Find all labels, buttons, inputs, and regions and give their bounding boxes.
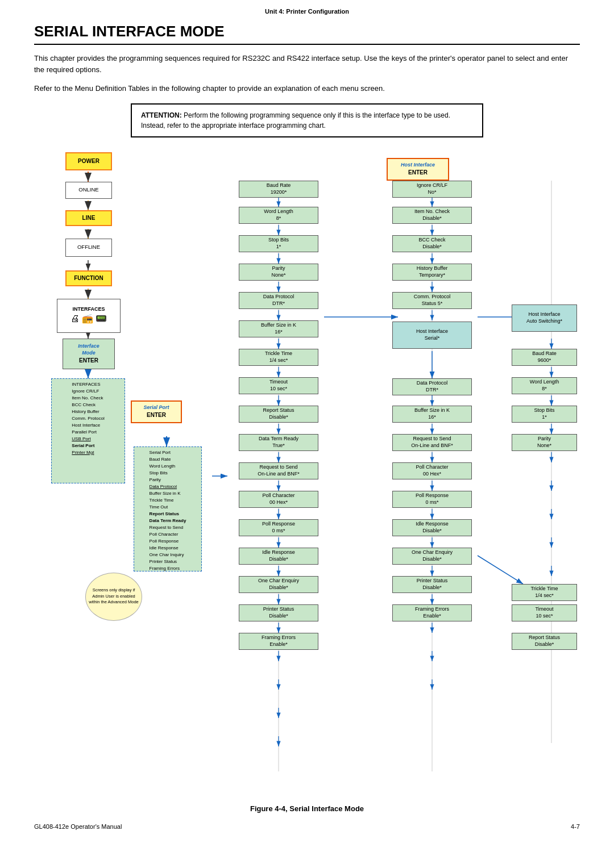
printer-status-1-label: Printer StatusDisable* bbox=[263, 606, 294, 619]
buffer-size-2-box: Buffer Size in K16* bbox=[392, 406, 472, 423]
host-interface-auto-label: Host InterfaceAuto Switching* bbox=[526, 311, 562, 324]
idle-response-1-box: Idle ResponseDisable* bbox=[239, 548, 318, 565]
interface-mode-enter: ENTER bbox=[79, 357, 98, 364]
request-to-send-2-label: Request to SendOn-Line and BNF* bbox=[411, 436, 453, 449]
request-to-send-1-box: Request to SendOn-Line and BNF* bbox=[239, 462, 318, 479]
serial-port-enter-text: ENTER bbox=[147, 411, 166, 419]
idle-response-2-box: Idle ResponseDisable* bbox=[392, 519, 472, 536]
report-status-1-label: Report StatusDisable* bbox=[263, 407, 294, 420]
figure-caption-text: Figure 4-4, Serial Interface Mode bbox=[250, 804, 364, 813]
power-box: POWER bbox=[65, 152, 112, 170]
bcc-check-label: BCC CheckDisable* bbox=[418, 237, 445, 250]
page-footer: GL408-412e Operator's Manual 4-7 bbox=[0, 819, 614, 834]
data-protocol-2-box: Data ProtocolDTR* bbox=[392, 378, 472, 395]
attention-text: ATTENTION: Perform the following program… bbox=[141, 111, 450, 130]
poll-char-2-label: Poll Character00 Hex* bbox=[416, 464, 448, 477]
stop-bits-1-box: Stop Bits1* bbox=[239, 235, 318, 252]
host-interface-enter-box: Host Interface ENTER bbox=[387, 158, 449, 181]
serial-port-menu-content: Serial Port Baud Rate Word Length Stop B… bbox=[150, 449, 186, 572]
report-status-2-label: Report StatusDisable* bbox=[529, 635, 560, 648]
baud-rate-box: Baud Rate19200* bbox=[239, 181, 318, 198]
line-label: LINE bbox=[82, 214, 96, 222]
poll-response-2-box: Poll Response0 ms* bbox=[392, 491, 472, 508]
request-to-send-2-box: Request to SendOn-Line and BNF* bbox=[392, 434, 472, 451]
page-title: SERIAL INTERFACE MODE bbox=[34, 23, 580, 45]
bcc-check-box: BCC CheckDisable* bbox=[392, 235, 472, 252]
interfaces-icon-symbols: 🖨 📻 📟 bbox=[70, 313, 107, 325]
footer-right: 4-7 bbox=[571, 823, 580, 830]
printer-status-2-box: Printer StatusDisable* bbox=[392, 576, 472, 593]
unit-title: Unit 4: Printer Configuration bbox=[265, 8, 349, 15]
parity-1-box: ParityNone* bbox=[239, 264, 318, 281]
idle-response-2-label: Idle ResponseDisable* bbox=[416, 521, 449, 534]
host-interface-auto-box: Host InterfaceAuto Switching* bbox=[512, 304, 577, 332]
word-length-2-box: Word Length8* bbox=[512, 377, 577, 394]
baud-rate-2-box: Baud Rate9600* bbox=[512, 349, 577, 366]
stop-bits-1-label: Stop Bits1* bbox=[268, 237, 289, 250]
history-buffer-box: History BufferTemporary* bbox=[392, 264, 472, 281]
printer-status-1-box: Printer StatusDisable* bbox=[239, 604, 318, 621]
item-no-check-label: Item No. CheckDisable* bbox=[414, 208, 450, 222]
timeout-2-label: Timeout10 sec* bbox=[535, 606, 553, 619]
intro-para1: This chapter provides the programming se… bbox=[34, 53, 580, 75]
poll-response-1-box: Poll Response0 ms* bbox=[239, 519, 318, 536]
poll-response-1-label: Poll Response0 ms* bbox=[262, 521, 295, 534]
figure-caption: Figure 4-4, Serial Interface Mode bbox=[0, 804, 614, 813]
word-length-1-box: Word Length8* bbox=[239, 207, 318, 224]
poll-char-1-box: Poll Character00 Hex* bbox=[239, 491, 318, 508]
one-char-enquiry-1-label: One Char EnquiryDisable* bbox=[258, 578, 299, 591]
parity-1-label: ParityNone* bbox=[271, 265, 285, 278]
stop-bits-2-box: Stop Bits1* bbox=[512, 406, 577, 423]
function-box: FUNCTION bbox=[65, 270, 112, 286]
buffer-size-1-label: Buffer Size in K16* bbox=[261, 322, 296, 335]
comm-protocol-label: Comm. ProtocolStatus 5* bbox=[414, 294, 451, 307]
offline-box: OFFLINE bbox=[65, 239, 112, 257]
word-length-2-label: Word Length8* bbox=[530, 379, 559, 392]
timeout-1-box: Timeout10 sec* bbox=[239, 377, 318, 394]
bubble-text: Screens only display if Admin User is en… bbox=[88, 587, 139, 606]
baud-rate-2-label: Baud Rate9600* bbox=[532, 350, 557, 364]
interface-mode-title: InterfaceMode bbox=[78, 343, 99, 356]
parity-2-label: ParityNone* bbox=[537, 436, 551, 449]
one-char-enquiry-2-label: One Char EnquiryDisable* bbox=[412, 549, 453, 562]
report-status-1-box: Report StatusDisable* bbox=[239, 406, 318, 423]
comm-protocol-box: Comm. ProtocolStatus 5* bbox=[392, 292, 472, 309]
host-interface-enter-label: Host Interface bbox=[401, 162, 435, 169]
interface-mode-box: InterfaceMode ENTER bbox=[63, 339, 115, 369]
trickle-time-1-label: Trickle Time1/4 sec* bbox=[265, 350, 292, 364]
framing-errors-2-label: Framing ErrorsEnable* bbox=[415, 606, 449, 619]
one-char-enquiry-2-box: One Char EnquiryDisable* bbox=[392, 548, 472, 565]
poll-char-2-box: Poll Character00 Hex* bbox=[392, 462, 472, 479]
online-label: ONLINE bbox=[78, 186, 98, 193]
buffer-size-2-label: Buffer Size in K16* bbox=[414, 407, 450, 420]
report-status-2-box: Report StatusDisable* bbox=[512, 633, 577, 650]
stop-bits-2-label: Stop Bits1* bbox=[534, 407, 554, 420]
data-protocol-1-box: Data ProtocolDTR* bbox=[239, 292, 318, 309]
ignore-crlf-box: Ignore CR/LFNo* bbox=[392, 181, 472, 198]
buffer-size-1-box: Buffer Size in K16* bbox=[239, 320, 318, 337]
framing-errors-1-box: Framing ErrorsEnable* bbox=[239, 633, 318, 650]
page-header: Unit 4: Printer Configuration bbox=[0, 0, 614, 17]
data-term-ready-label: Data Term ReadyTrue* bbox=[259, 436, 298, 449]
data-protocol-2-label: Data ProtocolDTR* bbox=[417, 380, 448, 393]
offline-label: OFFLINE bbox=[77, 244, 100, 251]
data-protocol-1-label: Data ProtocolDTR* bbox=[263, 294, 294, 307]
data-term-ready-box: Data Term ReadyTrue* bbox=[239, 434, 318, 451]
interfaces-list-content: INTERFACES Ignore CR/LF Item No. Check B… bbox=[72, 381, 104, 456]
item-no-check-box: Item No. CheckDisable* bbox=[392, 207, 472, 224]
attention-box: ATTENTION: Perform the following program… bbox=[131, 103, 483, 137]
serial-port-enter-box: Serial Port ENTER bbox=[131, 400, 182, 423]
intro-para2: Refer to the Menu Definition Tables in t… bbox=[34, 83, 580, 94]
parity-2-box: ParityNone* bbox=[512, 434, 577, 451]
word-length-1-label: Word Length8* bbox=[264, 208, 293, 222]
request-to-send-1-label: Request to SendOn-Line and BNF* bbox=[258, 464, 300, 477]
interfaces-list-box: INTERFACES Ignore CR/LF Item No. Check B… bbox=[51, 378, 125, 483]
printer-status-2-label: Printer StatusDisable* bbox=[417, 578, 448, 591]
timeout-2-box: Timeout10 sec* bbox=[512, 604, 577, 621]
power-label: POWER bbox=[78, 157, 99, 165]
trickle-time-2-label: Trickle Time1/4 sec* bbox=[530, 586, 558, 599]
footer-left: GL408-412e Operator's Manual bbox=[34, 823, 122, 830]
host-interface-serial-box: Host InterfaceSerial* bbox=[392, 322, 472, 349]
svg-line-63 bbox=[478, 556, 523, 584]
ignore-crlf-label: Ignore CR/LFNo* bbox=[417, 182, 447, 195]
